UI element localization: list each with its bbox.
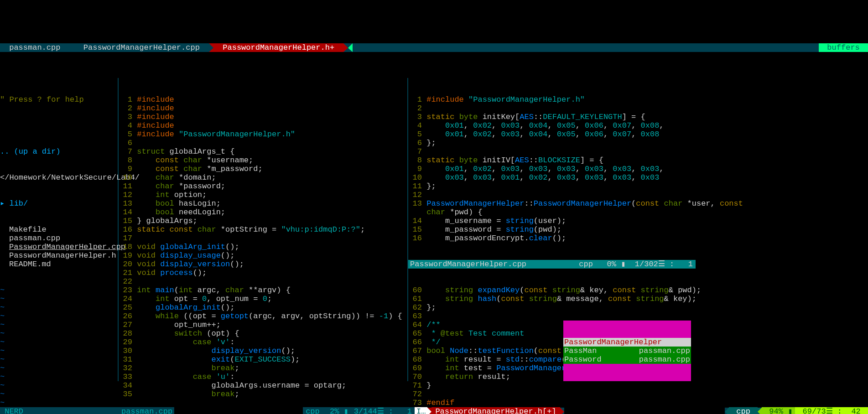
statusline-filename: PasswordManagerHelper.cpp (410, 260, 526, 269)
code-line[interactable]: 11 }; (408, 182, 696, 191)
code-line[interactable]: 7 (408, 147, 696, 156)
tab-passman[interactable]: passman.cpp (0, 43, 70, 52)
code-line[interactable]: 25 globalArg_init(); (119, 303, 407, 312)
code-line[interactable]: 1 #include "PasswordManagerHelper.h" (408, 95, 696, 104)
nerdtree-updir[interactable]: .. (up a dir) (0, 147, 118, 156)
nerdtree-file[interactable]: passman.cpp (0, 234, 118, 243)
code-line[interactable]: 3 #include (119, 113, 407, 121)
code-line[interactable]: 71 } (408, 381, 696, 390)
code-line[interactable]: 28 switch (opt) { (119, 329, 407, 338)
code-line[interactable]: 10 char *domain; (119, 173, 407, 182)
code-line[interactable]: 9 const char *m_password; (119, 165, 407, 173)
code-line[interactable]: 4 0x01, 0x02, 0x03, 0x04, 0x05, 0x06, 0x… (408, 121, 696, 130)
code-line[interactable]: 62 }; (408, 303, 696, 312)
completion-item[interactable]: PasswordManagerHelper (563, 338, 691, 347)
code-line[interactable]: 19 void display_usage(); (119, 251, 407, 260)
tab-helper-h[interactable]: PasswordManagerHelper.h+ (213, 43, 343, 52)
code-line[interactable]: 24 int opt = 0, opt_num = 0; (119, 295, 407, 303)
nerdtree-dir-lib[interactable]: ▸ lib/ (0, 199, 118, 208)
code-line[interactable]: 29 case 'v': (119, 338, 407, 347)
code-line[interactable]: 32 break; (119, 364, 407, 373)
nerdtree-root-path[interactable]: </Homework/NetworkSecure/Lab4/ (0, 173, 118, 182)
tab-separator (209, 43, 213, 52)
code-line[interactable]: 22 (119, 277, 407, 286)
code-line[interactable]: 6 (119, 139, 407, 147)
code-line[interactable]: 8 const char *username; (119, 156, 407, 165)
arrow-icon (348, 43, 353, 52)
code-line[interactable]: 35 break; (119, 390, 407, 398)
empty-line: ~ (0, 390, 118, 398)
code-line[interactable]: 1 #include (119, 95, 407, 104)
file-explorer[interactable]: " Press ? for help .. (up a dir) </Homew… (0, 78, 119, 381)
code-line[interactable]: 5 #include "PasswordManagerHelper.h" (119, 130, 407, 139)
empty-line: ~ (0, 303, 118, 312)
empty-line: ~ (0, 338, 118, 347)
code-line[interactable]: 73 #endif (408, 398, 696, 407)
code-line[interactable]: 15 m_password = string(pwd); (408, 225, 696, 234)
code-line[interactable]: 9 0x01, 0x02, 0x03, 0x03, 0x03, 0x03, 0x… (408, 165, 696, 173)
code-line[interactable]: 3 static byte initKey[AES::DEFAULT_KEYLE… (408, 113, 696, 121)
completion-popup[interactable]: PasswordManagerHelperPassManpassman.cppP… (563, 321, 691, 381)
code-line[interactable]: 6 }; (408, 139, 696, 147)
code-line[interactable]: 60 string expandKey(const string& key, c… (408, 286, 696, 295)
code-line[interactable]: 15 } globalArgs; (119, 217, 407, 225)
nerdtree-file[interactable]: README.md (0, 260, 118, 269)
code-line[interactable]: 26 while ((opt = getopt(argc, argv, optS… (119, 312, 407, 321)
buffers-indicator[interactable]: buffers (819, 43, 868, 52)
arrow-icon (758, 408, 762, 414)
statusline-percent: 94% ▮ (762, 407, 795, 414)
code-line[interactable]: 5 0x01, 0x02, 0x03, 0x04, 0x05, 0x06, 0x… (408, 130, 696, 139)
empty-line: ~ (0, 286, 118, 295)
code-line[interactable]: 2 (408, 104, 696, 113)
empty-line: ~ (0, 398, 118, 407)
code-line[interactable]: 63 (408, 312, 696, 321)
code-line[interactable]: 23 int main(int argc, char **argv) { (119, 286, 407, 295)
nerdtree-file[interactable]: PasswordManagerHelper.h (0, 251, 118, 260)
statusline-nerd: NERD (0, 407, 120, 414)
code-line[interactable]: 12 int option; (119, 191, 407, 199)
empty-line: ~ (0, 321, 118, 329)
code-line[interactable]: 12 (408, 191, 696, 199)
code-line[interactable]: 16 static const char *optString = "vhu:p… (119, 225, 407, 234)
code-pane-left[interactable]: 1 #include 2 #include 3 #include 4 #incl… (119, 78, 408, 381)
code-line[interactable]: 10 0x03, 0x03, 0x01, 0x02, 0x03, 0x03, 0… (408, 173, 696, 182)
completion-item[interactable]: Passwordpassman.cpp (563, 355, 691, 364)
empty-line: ~ (0, 347, 118, 355)
code-line[interactable]: 72 (408, 390, 696, 398)
code-line[interactable]: 7 struct globalArgs_t { (119, 147, 407, 156)
code-line[interactable]: 16 m_passwordEncrypt.clear(); (408, 234, 696, 243)
code-line[interactable]: 14 bool needLogin; (119, 208, 407, 217)
code-line[interactable]: 8 static byte initIV[AES::BLOCKSIZE] = { (408, 156, 696, 165)
tab-separator (70, 43, 74, 52)
code-line[interactable]: 18 void globalArg_init(); (119, 243, 407, 251)
code-line[interactable]: 11 char *password; (119, 182, 407, 191)
code-line[interactable]: 17 (119, 234, 407, 243)
code-line[interactable]: 13 PasswordManagerHelper::PasswordManage… (408, 199, 696, 208)
nerdtree-file[interactable]: Makefile (0, 225, 118, 234)
completion-item[interactable]: PassManpassman.cpp (563, 347, 691, 355)
code-line[interactable]: 13 bool hasLogin; (119, 199, 407, 208)
tab-separator (343, 43, 348, 52)
code-line[interactable]: 21 void process(); (119, 269, 407, 277)
code-line[interactable]: 31 exit(EXIT_SUCCESS); (119, 355, 407, 364)
tab-helper-cpp[interactable]: PasswordManagerHelper.cpp (74, 43, 209, 52)
code-line[interactable]: 30 display_version(); (119, 347, 407, 355)
empty-line: ~ (0, 295, 118, 303)
nerdtree-file[interactable]: PasswordManagerHelper.cpp (0, 243, 118, 251)
code-line[interactable]: 61 string hash(const string& message, co… (408, 295, 696, 303)
code-pane-right[interactable]: 1 #include "PasswordManagerHelper.h"2 3 … (408, 78, 696, 381)
code-line[interactable]: 27 opt_num++; (119, 321, 407, 329)
code-line[interactable]: 34 globalArgs.username = optarg; (119, 381, 407, 390)
empty-line: ~ (0, 364, 118, 373)
empty-line: ~ (0, 355, 118, 364)
statusline-filetype: cpp (729, 407, 758, 414)
code-line[interactable]: 20 void display_version(); (119, 260, 407, 269)
arrow-icon (725, 408, 729, 414)
code-line[interactable]: 2 #include (119, 104, 407, 113)
code-line[interactable]: 4 #include (119, 121, 407, 130)
tabline: passman.cpp PasswordManagerHelper.cpp Pa… (0, 43, 868, 52)
code-line[interactable]: 14 m_username = string(user); (408, 217, 696, 225)
main-area: " Press ? for help .. (up a dir) </Homew… (0, 78, 868, 381)
code-line[interactable]: 33 case 'u': (119, 373, 407, 381)
code-line[interactable]: char *pwd) { (408, 208, 696, 217)
